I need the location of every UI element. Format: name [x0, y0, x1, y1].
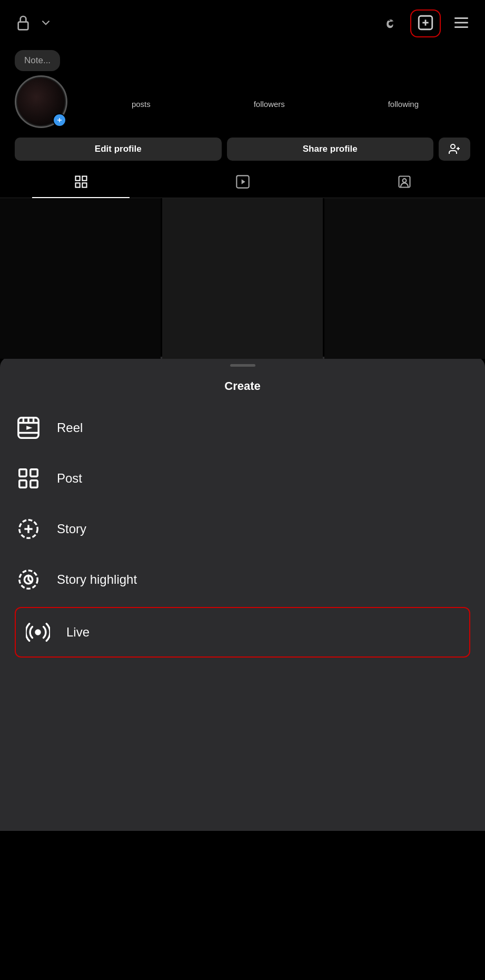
sheet-title: Create [0, 367, 485, 403]
profile-tabs [0, 166, 485, 198]
story-highlight-label: Story highlight [57, 572, 137, 587]
reel-label: Reel [57, 420, 83, 435]
svg-rect-27 [19, 469, 26, 476]
svg-rect-12 [75, 177, 80, 181]
top-bar-left [15, 14, 53, 33]
svg-rect-14 [75, 183, 80, 187]
svg-point-37 [35, 629, 41, 635]
live-icon [24, 619, 52, 646]
create-reel-item[interactable]: Reel [15, 403, 470, 453]
stats-row: posts followers following [80, 99, 470, 109]
reel-icon [15, 414, 42, 442]
followers-stat[interactable]: followers [254, 99, 285, 109]
hamburger-menu-icon[interactable] [452, 14, 470, 34]
tab-tagged[interactable] [323, 166, 485, 198]
share-profile-button[interactable]: Share profile [227, 138, 434, 161]
svg-rect-15 [82, 183, 86, 187]
svg-point-9 [451, 144, 455, 149]
edit-profile-button[interactable]: Edit profile [15, 138, 222, 161]
drag-handle [230, 364, 255, 367]
create-new-button[interactable] [410, 9, 441, 37]
story-highlight-icon [15, 566, 42, 593]
posts-stat[interactable]: posts [132, 99, 151, 109]
post-icon [15, 465, 42, 492]
story-icon [15, 515, 42, 543]
create-post-item[interactable]: Post [15, 453, 470, 504]
post-label: Post [57, 471, 82, 486]
top-bar [0, 0, 485, 45]
top-bar-right [380, 9, 470, 37]
profile-row: posts followers following [15, 75, 470, 128]
svg-rect-29 [19, 481, 26, 487]
create-story-item[interactable]: Story [15, 504, 470, 554]
avatar[interactable] [15, 75, 67, 128]
grid-cell-3[interactable] [324, 198, 485, 359]
create-live-item[interactable]: Live [15, 607, 470, 658]
following-stat[interactable]: following [388, 99, 419, 109]
add-person-button[interactable] [439, 138, 470, 161]
threads-icon[interactable] [380, 13, 399, 34]
create-bottom-sheet: Create Reel [0, 357, 485, 831]
chevron-down-icon[interactable] [39, 16, 53, 32]
photo-grid [0, 198, 485, 359]
create-story-highlight-item[interactable]: Story highlight [15, 554, 470, 605]
svg-rect-28 [31, 469, 37, 476]
action-buttons: Edit profile Share profile [15, 138, 470, 161]
create-menu: Reel Post [0, 403, 485, 658]
svg-rect-0 [18, 22, 28, 30]
live-label: Live [66, 625, 90, 640]
lock-icon [15, 14, 32, 33]
svg-marker-17 [241, 179, 245, 184]
note-bubble[interactable]: Note... [15, 50, 60, 71]
svg-rect-30 [31, 481, 37, 487]
tab-grid[interactable] [0, 166, 162, 198]
tab-reels[interactable] [162, 166, 323, 198]
svg-point-19 [402, 179, 406, 182]
profile-section: Note... posts followers following [0, 45, 485, 128]
avatar-add-button[interactable] [53, 113, 66, 127]
svg-marker-26 [26, 426, 33, 430]
svg-rect-13 [82, 177, 86, 181]
grid-cell-1[interactable] [0, 198, 161, 359]
story-label: Story [57, 522, 86, 536]
grid-cell-2[interactable] [162, 198, 323, 359]
